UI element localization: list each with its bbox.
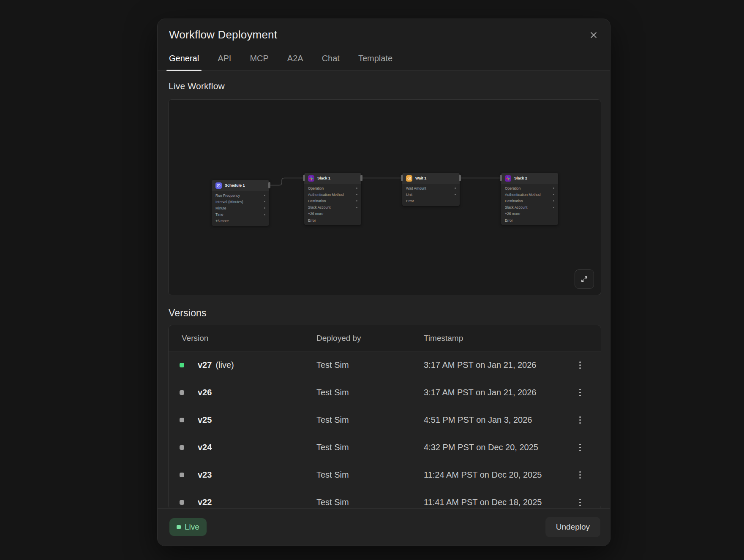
kebab-icon [579,444,581,446]
node-error-field: Error [501,217,558,223]
workflow-preview-canvas[interactable]: Schedule 1 Run Frequency Interval (Minut… [168,99,601,295]
kebab-icon [579,362,581,363]
node-header: Slack 1 [304,173,361,184]
version-label: v24 [198,443,316,452]
input-port [303,175,305,181]
node-more-fields: +26 more [501,211,558,217]
input-port [401,175,403,181]
workflow-node-slack-1[interactable]: Slack 1 Operation Authentication Method … [304,173,361,225]
table-row[interactable]: v25 Test Sim 4:51 PM PST on Jan 3, 2026 [169,406,601,434]
live-dot-icon [177,525,181,529]
field-dot-icon [553,200,554,201]
field-dot-icon [264,195,265,196]
node-title: Slack 2 [514,176,527,180]
node-more-fields: +6 more [212,218,269,224]
modal-header: Workflow Deployment General API MCP A2A … [158,19,610,71]
close-button[interactable] [586,28,601,42]
node-field: Interval (Minutes) [212,198,269,205]
column-header-version: Version [182,334,316,343]
table-row[interactable]: v27(live) Test Sim 3:17 AM PST on Jan 21… [169,351,601,379]
row-menu-button[interactable] [571,356,589,374]
modal-content: Live Workflow Schedule 1 Run Frequency [158,71,610,508]
row-menu-button[interactable] [571,466,589,484]
deployed-by: Test Sim [316,470,424,480]
wait-clock-icon [406,175,412,182]
table-row[interactable]: v26 Test Sim 3:17 AM PST on Jan 21, 2026 [169,379,601,406]
tab-mcp[interactable]: MCP [250,53,268,71]
version-label: v23 [198,470,316,480]
expand-preview-button[interactable] [575,269,594,289]
deployed-by: Test Sim [316,360,424,370]
column-header-timestamp: Timestamp [424,334,589,343]
output-port [360,175,362,181]
kebab-icon [579,471,581,473]
slack-icon [308,175,314,182]
field-dot-icon [356,200,357,201]
field-dot-icon [356,207,357,208]
deployed-by: Test Sim [316,388,424,397]
node-body: Wait Amount Unit Error [402,184,460,206]
workflow-node-slack-2[interactable]: Slack 2 Operation Authentication Method … [501,173,558,225]
version-status-dot [180,445,184,450]
undeploy-button[interactable]: Undeploy [545,517,600,537]
version-label: v26 [198,388,316,397]
timestamp: 3:17 AM PST on Jan 21, 2026 [424,360,571,370]
node-field: Destination [304,198,361,204]
node-body: Operation Authentication Method Destinat… [501,184,558,225]
input-port [500,175,502,181]
version-status-dot [180,390,184,395]
kebab-icon [579,499,581,500]
row-menu-button[interactable] [571,494,589,508]
tab-bar: General API MCP A2A Chat Template [169,53,392,71]
node-body: Operation Authentication Method Destinat… [304,184,361,225]
workflow-node-schedule-1[interactable]: Schedule 1 Run Frequency Interval (Minut… [212,180,269,226]
version-label: v25 [198,415,316,425]
table-row[interactable]: v24 Test Sim 4:32 PM PST on Dec 20, 2025 [169,434,601,461]
deployed-by: Test Sim [316,443,424,452]
tab-api[interactable]: API [218,53,231,71]
node-field: Slack Account [304,204,361,211]
node-field: Authentication Method [501,191,558,198]
modal-footer: Live Undeploy [158,508,610,546]
tab-a2a[interactable]: A2A [287,53,303,71]
status-badge: Live [169,518,207,536]
table-row[interactable]: v22 Test Sim 11:41 AM PST on Dec 18, 202… [169,489,601,508]
node-body: Run Frequency Interval (Minutes) Minute … [212,191,269,226]
node-field: Run Frequency [212,192,269,198]
tab-template[interactable]: Template [358,53,392,71]
kebab-icon [579,416,581,418]
versions-heading: Versions [169,307,207,319]
version-label: v27(live) [198,360,316,370]
expand-icon [580,275,589,283]
timestamp: 4:51 PM PST on Jan 3, 2026 [424,415,571,425]
timestamp: 11:41 AM PST on Dec 18, 2025 [424,497,571,507]
live-workflow-heading: Live Workflow [169,81,225,91]
workflow-deployment-modal: Workflow Deployment General API MCP A2A … [157,19,610,546]
node-header: Wait 1 [402,173,460,184]
row-menu-button[interactable] [571,411,589,429]
tab-general[interactable]: General [169,53,199,71]
tab-chat[interactable]: Chat [322,53,340,71]
field-dot-icon [455,188,456,189]
node-field: Operation [501,185,558,191]
close-icon [589,31,598,39]
column-header-deployed-by: Deployed by [316,334,424,343]
table-row[interactable]: v23 Test Sim 11:24 AM PST on Dec 20, 202… [169,461,601,489]
workflow-node-wait-1[interactable]: Wait 1 Wait Amount Unit Error [402,173,460,206]
kebab-icon [579,389,581,391]
node-more-fields: +26 more [304,211,361,217]
timestamp: 4:32 PM PST on Dec 20, 2025 [424,443,571,452]
row-menu-button[interactable] [571,439,589,457]
table-header-row: Version Deployed by Timestamp [169,325,601,351]
node-field: Unit [402,191,460,198]
version-status-dot [180,473,184,477]
slack-icon [505,175,511,182]
row-menu-button[interactable] [571,384,589,402]
field-dot-icon [553,188,554,189]
node-title: Slack 1 [317,176,330,180]
version-status-dot [180,418,184,422]
field-dot-icon [356,194,357,195]
timestamp: 11:24 AM PST on Dec 20, 2025 [424,470,571,480]
node-title: Schedule 1 [225,183,245,188]
output-port [459,175,461,181]
